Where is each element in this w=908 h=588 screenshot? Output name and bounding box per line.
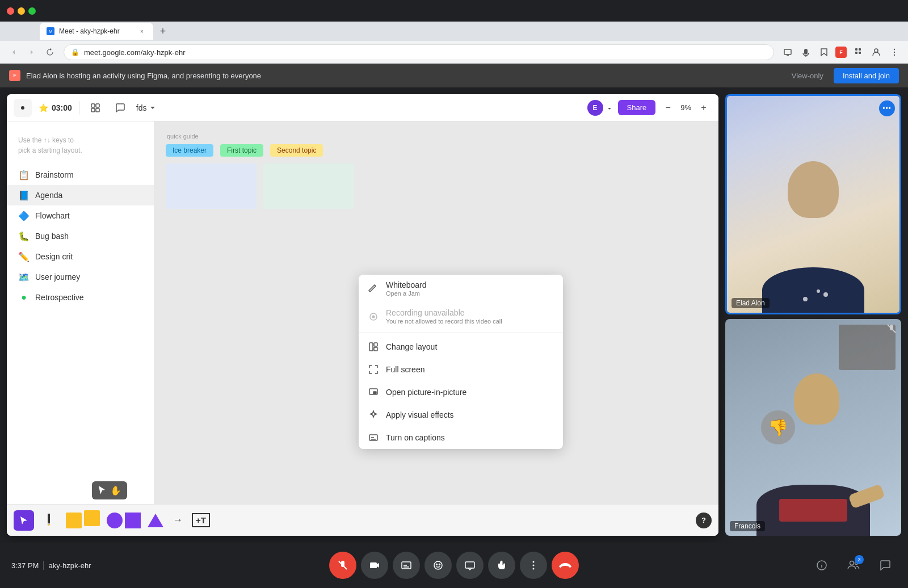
svg-rect-6 xyxy=(855,48,857,51)
extensions-icon[interactable] xyxy=(851,45,865,59)
menu-item-change-layout[interactable]: Change layout xyxy=(359,335,563,358)
arrow-tool[interactable]: → xyxy=(173,514,183,526)
menu-item-fullscreen[interactable]: Full screen xyxy=(359,358,563,381)
svg-rect-1 xyxy=(787,54,789,56)
info-button[interactable] xyxy=(810,554,833,577)
screen-capture-icon[interactable] xyxy=(781,45,794,59)
share-button[interactable]: Share xyxy=(618,100,656,115)
bookmark-icon[interactable] xyxy=(817,45,831,59)
active-tab[interactable]: M Meet - aky-hzpk-ehr × xyxy=(40,23,153,40)
chat-button[interactable] xyxy=(874,554,897,577)
canvas-blocks xyxy=(166,163,718,209)
recording-icon xyxy=(368,311,379,322)
sidebar-item-userjourney[interactable]: 🗺️ User journey xyxy=(7,267,154,287)
sticky-notes-tool[interactable] xyxy=(64,510,102,531)
brainstorm-icon: 📋 xyxy=(18,169,30,180)
sidebar-item-agenda[interactable]: 📘 Agenda xyxy=(7,185,154,205)
sidebar-item-bugbash[interactable]: 🐛 Bug bash xyxy=(7,226,154,246)
cursor-tooltip: ✋ xyxy=(92,481,127,499)
meeting-id: aky-hzpk-ehr xyxy=(48,561,91,570)
svg-point-18 xyxy=(372,315,375,318)
figma-toolbar: ⭐ 03:00 fds E Shar xyxy=(7,94,718,121)
circle-shape xyxy=(107,513,123,528)
menu-item-visual-effects[interactable]: Apply visual effects xyxy=(359,404,563,426)
zoom-level[interactable]: 9% xyxy=(678,103,693,112)
back-button[interactable] xyxy=(7,45,20,59)
figma-frame: ⭐ 03:00 fds E Shar xyxy=(7,94,718,536)
tab-close-button[interactable]: × xyxy=(137,27,146,36)
svg-rect-29 xyxy=(48,523,50,524)
svg-point-9 xyxy=(894,49,895,50)
sidebar-label: Design crit xyxy=(35,252,73,261)
emoji-button[interactable] xyxy=(424,552,452,579)
svg-rect-21 xyxy=(374,347,377,351)
sidebar-item-designcrit[interactable]: ✏️ Design crit xyxy=(7,246,154,267)
pencil-tool[interactable] xyxy=(39,510,59,531)
mute-icon[interactable] xyxy=(799,45,813,59)
sticky-note-yellow xyxy=(66,513,82,528)
end-call-button[interactable] xyxy=(552,552,579,579)
svg-rect-39 xyxy=(465,562,474,568)
more-options-button[interactable] xyxy=(520,552,547,579)
first-topic-tag: First topic xyxy=(220,144,263,157)
menu-item-captions[interactable]: Turn on captions xyxy=(359,426,563,449)
video-bg-francois: 👎 xyxy=(725,319,901,536)
sidebar-item-brainstorm[interactable]: 📋 Brainstorm xyxy=(7,165,154,185)
video-mute-icon xyxy=(886,324,897,336)
user-avatar[interactable]: E xyxy=(587,100,603,116)
head xyxy=(788,161,839,218)
menu-item-pip[interactable]: Open picture-in-picture xyxy=(359,381,563,404)
minimize-button[interactable] xyxy=(18,7,25,15)
present-button[interactable] xyxy=(456,552,484,579)
sidebar-item-flowchart[interactable]: 🔷 Flowchart xyxy=(7,205,154,226)
sticky-note-yellow-2 xyxy=(84,510,100,526)
text-tool[interactable]: +T xyxy=(192,513,210,527)
raise-hand-button[interactable] xyxy=(488,552,515,579)
camera-button[interactable] xyxy=(361,552,388,579)
francois-name-tag: Francois xyxy=(730,521,765,531)
figma-canvas: Use the ↑↓ keys to pick a starting layou… xyxy=(7,121,718,504)
url-bar[interactable]: 🔒 meet.google.com/aky-hzpk-ehr xyxy=(64,44,774,60)
maximize-button[interactable] xyxy=(28,7,36,15)
zoom-in-button[interactable]: + xyxy=(696,100,712,116)
cursor-tool[interactable] xyxy=(14,510,34,531)
view-only-button[interactable]: View-only xyxy=(787,69,828,82)
zoom-out-button[interactable]: − xyxy=(660,100,676,116)
face xyxy=(794,373,839,425)
participants-button[interactable]: 3 xyxy=(842,554,865,577)
svg-rect-20 xyxy=(374,343,377,346)
sidebar-item-retro[interactable]: ● Retrospective xyxy=(7,287,154,308)
video-more-button[interactable]: ••• xyxy=(879,100,895,116)
profile-icon[interactable] xyxy=(869,45,883,59)
grid-view-button[interactable] xyxy=(86,99,104,117)
filename-button[interactable]: fds xyxy=(136,103,156,112)
menu-item-recording: Recording unavailable You're not allowed… xyxy=(359,303,563,330)
comment-button[interactable] xyxy=(111,99,129,117)
main-content: ⭐ 03:00 fds E Shar xyxy=(0,87,908,543)
tab-favicon: M xyxy=(47,27,54,35)
triangle-tool[interactable] xyxy=(148,514,163,527)
menu-item-label: Full screen xyxy=(386,365,424,374)
canvas-block-1 xyxy=(166,163,257,209)
retro-icon: ● xyxy=(18,292,30,303)
menu-item-sub: Open a Jam xyxy=(386,290,427,297)
new-tab-button[interactable]: + xyxy=(155,24,170,39)
reload-button[interactable] xyxy=(43,45,57,59)
extension-icon[interactable]: F xyxy=(835,47,847,58)
captions-icon xyxy=(368,432,379,443)
menu-icon[interactable] xyxy=(888,45,901,59)
bottom-time: 3:37 PM aky-hzpk-ehr xyxy=(11,561,91,570)
help-button[interactable]: ? xyxy=(696,513,712,528)
install-join-button[interactable]: Install and join xyxy=(834,68,899,83)
forward-button[interactable] xyxy=(25,45,39,59)
thumbs-down-overlay: 👎 xyxy=(761,410,795,444)
mic-mute-button[interactable] xyxy=(329,552,356,579)
menu-item-whiteboard[interactable]: Whiteboard Open a Jam xyxy=(359,275,563,303)
captions-button[interactable] xyxy=(393,552,420,579)
close-button[interactable] xyxy=(7,7,14,15)
toolbar-right: E Share − 9% + xyxy=(587,100,712,116)
designcrit-icon: ✏️ xyxy=(18,251,30,262)
shapes-tool[interactable] xyxy=(107,513,141,528)
menu-item-label: Apply visual effects xyxy=(386,410,454,419)
figma-logo-button[interactable] xyxy=(14,99,32,117)
